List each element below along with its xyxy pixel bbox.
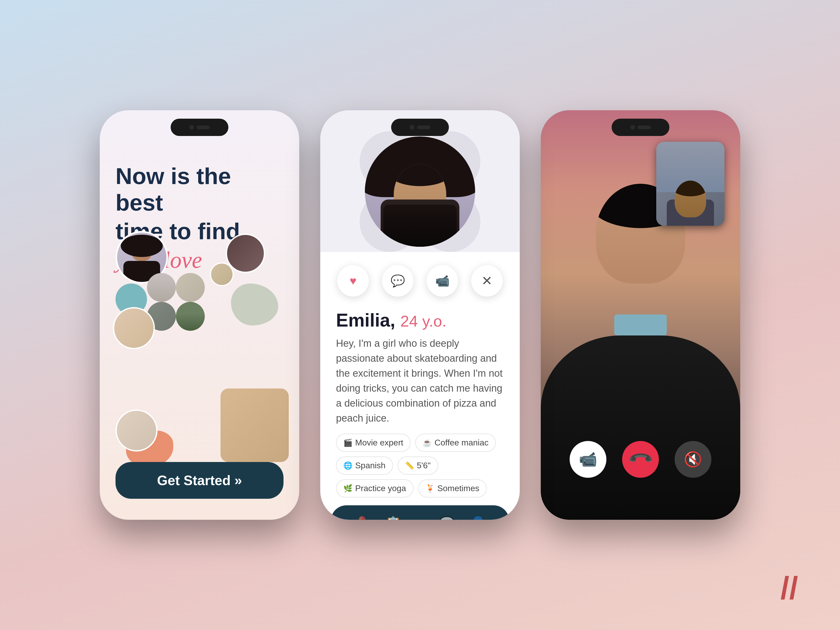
drink-icon: 🍹 — [426, 484, 435, 493]
tag-yoga: 🌿 Practice yoga — [336, 479, 414, 497]
nav-messages-icon[interactable]: 💬 — [439, 516, 455, 520]
nav-likes-icon[interactable]: ♥ — [416, 516, 424, 520]
tag-coffee-label: Coffee maniac — [434, 438, 488, 448]
movie-icon: 🎬 — [343, 438, 352, 447]
get-started-button[interactable]: Get Started » — [115, 462, 284, 499]
phone1-screen: Now is the best time to find your love — [100, 110, 299, 520]
phone-3: 📹 📞 🔇 — [541, 110, 740, 520]
phone3-screen: 📹 📞 🔇 — [541, 110, 740, 520]
avatar-6-flower — [221, 388, 289, 462]
pass-button[interactable]: ✕ — [471, 265, 503, 297]
tag-height: 📏 5'6" — [398, 456, 438, 475]
phone3-video-call-screen: 📹 📞 🔇 — [541, 110, 740, 520]
tag-sometimes: 🍹 Sometimes — [418, 479, 487, 497]
tag-spanish-label: Spanish — [355, 461, 385, 471]
woman-shirt — [614, 314, 667, 335]
camera-icon: 📹 — [579, 451, 597, 468]
profile-tags: 🎬 Movie expert ☕ Coffee maniac 🌐 Spanish — [336, 434, 504, 497]
height-icon: 📏 — [405, 461, 414, 470]
video-button[interactable]: 📹 — [426, 265, 458, 297]
action-buttons-row: ♥ 💬 📹 ✕ — [320, 252, 520, 305]
yoga-icon: 🌿 — [343, 484, 352, 493]
phone-1: Now is the best time to find your love — [100, 110, 299, 520]
phone2-dynamic-island — [391, 118, 449, 136]
welcome-title-line1: Now is the best — [115, 163, 284, 216]
blob-sage — [231, 284, 278, 325]
message-button[interactable]: 💬 — [382, 265, 414, 297]
call-controls: 📹 📞 🔇 — [541, 441, 740, 478]
tag-yoga-label: Practice yoga — [355, 483, 406, 493]
phone1-dynamic-island — [171, 118, 228, 136]
tag-spanish: 🌐 Spanish — [336, 456, 393, 475]
brand-slash-mark: // — [780, 572, 798, 604]
end-call-icon: 📞 — [627, 446, 654, 473]
phone-2: ♥ 💬 📹 ✕ Emilia, 24 y.o. Hey, I'm a girl … — [320, 110, 520, 520]
profile-flower — [360, 131, 480, 252]
tag-height-label: 5'6" — [417, 461, 431, 471]
profile-main-photo-circle — [365, 136, 475, 247]
profile-bio: Hey, I'm a girl who is deeply passionate… — [336, 336, 504, 426]
like-button[interactable]: ♥ — [337, 265, 369, 297]
phone1-welcome-screen: Now is the best time to find your love — [100, 110, 299, 520]
emilia-face-hair — [394, 164, 446, 186]
phone3-dynamic-island — [612, 118, 669, 136]
woman-jacket — [541, 335, 740, 520]
nav-profile-icon[interactable]: 👤 — [470, 516, 486, 520]
man-face — [675, 181, 706, 217]
tag-coffee-maniac: ☕ Coffee maniac — [415, 434, 496, 452]
tag-movie-label: Movie expert — [355, 438, 403, 448]
emilia-shirt — [383, 205, 457, 247]
man-preview-bg — [656, 142, 725, 226]
tag-movie-expert: 🎬 Movie expert — [336, 434, 411, 452]
video-self-preview — [656, 142, 725, 226]
phones-container: Now is the best time to find your love — [100, 110, 740, 520]
profile-photo-emilia — [365, 136, 475, 247]
coffee-icon: ☕ — [423, 438, 432, 447]
phone2-screen: ♥ 💬 📹 ✕ Emilia, 24 y.o. Hey, I'm a girl … — [320, 110, 520, 520]
profile-info-section: Emilia, 24 y.o. Hey, I'm a girl who is d… — [320, 305, 520, 505]
avatar-2 — [226, 234, 265, 273]
avatar-5-redhead — [113, 307, 155, 349]
profile-name: Emilia, — [336, 310, 400, 330]
bottom-navigation: 📍 📋 ♥ 💬 👤 — [331, 505, 509, 520]
brand-mark: // — [780, 572, 798, 604]
man-hair — [675, 181, 706, 196]
nav-cards-icon[interactable]: 📋 — [385, 516, 401, 520]
end-call-button[interactable]: 📞 — [622, 441, 659, 478]
profile-age: 24 y.o. — [400, 313, 447, 330]
avatar-7 — [115, 409, 158, 452]
avatar-3-small — [210, 262, 234, 286]
nav-location-icon[interactable]: 📍 — [354, 516, 370, 520]
camera-toggle-button[interactable]: 📹 — [570, 441, 606, 478]
tag-sometimes-label: Sometimes — [437, 483, 479, 493]
emilia-body — [381, 199, 459, 247]
profile-name-age: Emilia, 24 y.o. — [336, 310, 504, 331]
avatar-collage — [100, 231, 299, 478]
get-started-label: Get Started » — [157, 472, 242, 488]
mute-button[interactable]: 🔇 — [675, 441, 711, 478]
language-icon: 🌐 — [343, 461, 352, 470]
avatar-4-flower — [147, 273, 205, 331]
mute-icon: 🔇 — [684, 451, 702, 468]
phone2-profile-screen: ♥ 💬 📹 ✕ Emilia, 24 y.o. Hey, I'm a girl … — [320, 110, 520, 520]
